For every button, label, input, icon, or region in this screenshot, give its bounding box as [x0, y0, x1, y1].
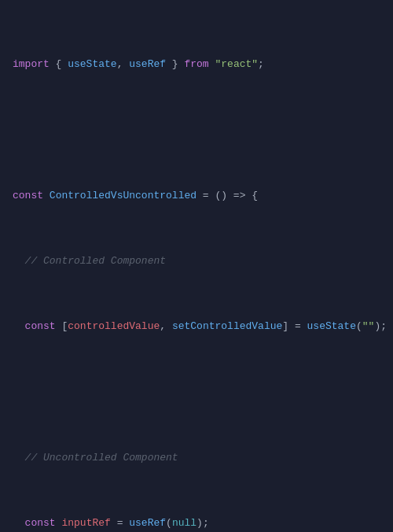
line-8: const inputRef = useRef(null);: [13, 515, 380, 532]
line-2: [13, 123, 380, 139]
line-6: [13, 384, 380, 401]
line-4: // Controlled Component: [13, 253, 380, 270]
line-5: const [controlledValue, setControlledVal…: [13, 319, 380, 335]
code-editor: import { useState, useRef } from "react"…: [0, 0, 393, 532]
line-1: import { useState, useRef } from "react"…: [13, 57, 380, 73]
line-7: // Uncontrolled Component: [13, 450, 380, 467]
line-3: const ControlledVsUncontrolled = () => {: [13, 188, 380, 205]
